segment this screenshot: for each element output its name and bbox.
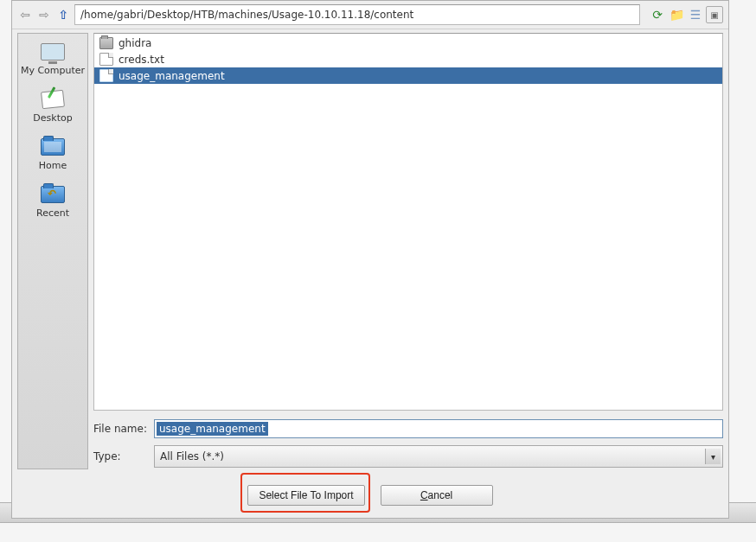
type-row: Type: All Files (*.*) ▾ [93,445,723,468]
sidebar-item-desktop[interactable]: Desktop [33,88,72,124]
button-bar: Select File To Import Cancel [12,475,728,518]
form-rows: File name: usage_management Type: All Fi… [93,411,723,469]
home-icon [39,136,67,158]
cancel-post: ancel [428,489,453,501]
type-combo[interactable]: All Files (*.*) ▾ [154,445,723,468]
file-row-file-selected[interactable]: usage_management [94,67,722,84]
filename-label: File name: [93,423,147,435]
chevron-down-icon: ▾ [705,449,721,464]
cancel-button[interactable]: Cancel [381,485,493,506]
sidebar-item-recent[interactable]: Recent [36,183,69,219]
path-input[interactable] [74,4,640,25]
sidebar-item-my-computer[interactable]: My Computer [21,41,85,76]
file-name: ghidra [119,37,151,49]
file-name: usage_management [119,70,225,82]
file-icon [99,69,113,82]
back-icon[interactable]: ⇦ [17,7,33,22]
new-folder-icon[interactable]: 📁 [668,6,685,23]
toolbar: ⇦ ⇨ ⇧ ⟳ 📁 ☰ ▣ [12,1,728,29]
file-icon [99,53,113,66]
folder-icon [99,37,113,49]
sidebar-item-label: Desktop [33,112,72,124]
forward-icon[interactable]: ⇨ [36,7,52,22]
file-name: creds.txt [119,54,164,66]
sidebar-item-label: My Computer [21,65,85,76]
toolbar-right: ⟳ 📁 ☰ ▣ [649,6,723,23]
computer-icon [39,41,67,63]
filename-value[interactable]: usage_management [157,422,268,436]
details-view-icon[interactable]: ☰ [687,6,704,23]
up-icon[interactable]: ⇧ [55,7,71,22]
list-view-icon[interactable]: ▣ [706,6,723,23]
select-file-to-import-button[interactable]: Select File To Import [247,485,364,506]
sidebar-item-label: Recent [36,207,69,219]
file-row-folder[interactable]: ghidra [94,35,722,51]
type-label: Type: [93,450,147,462]
type-value: All Files (*.*) [160,450,224,462]
refresh-icon[interactable]: ⟳ [649,6,666,23]
file-list[interactable]: ghidra creds.txt usage_management [93,33,723,411]
right-panel: ghidra creds.txt usage_management File n… [93,33,723,469]
file-row-file[interactable]: creds.txt [94,51,722,67]
recent-icon [39,183,67,206]
sidebar-item-home[interactable]: Home [39,136,67,171]
filename-row: File name: usage_management [93,419,723,438]
sidebar: My Computer Desktop Home Recent [17,33,88,469]
desktop-icon [39,88,67,111]
cancel-ul: C [420,489,428,501]
sidebar-item-label: Home [39,160,67,171]
body-area: My Computer Desktop Home Recent ghidra [12,29,728,475]
file-chooser-dialog: ⇦ ⇨ ⇧ ⟳ 📁 ☰ ▣ My Computer Desktop Home [11,0,729,519]
